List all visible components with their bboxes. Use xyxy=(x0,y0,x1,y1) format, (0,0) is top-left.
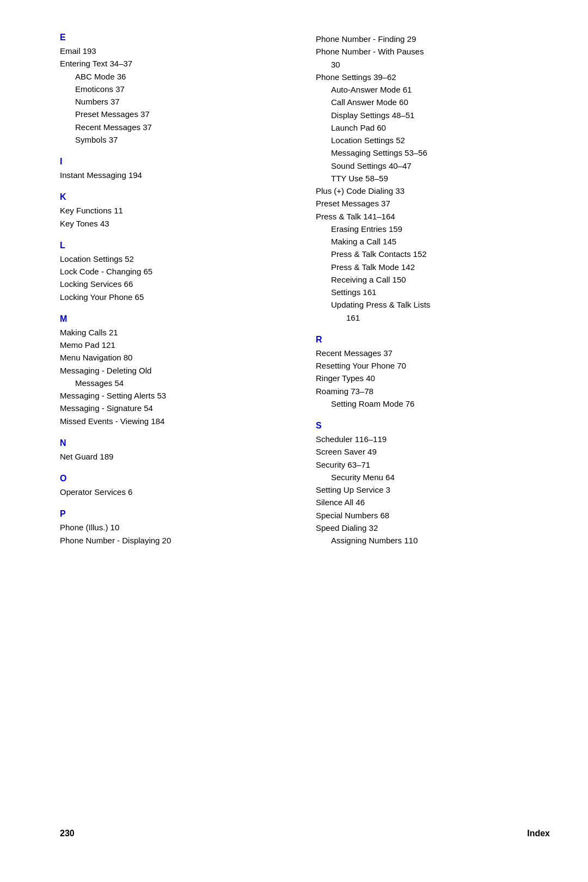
index-entry: Missed Events - Viewing 184 xyxy=(60,415,294,427)
index-entry: Silence All 46 xyxy=(316,496,550,509)
index-entry: Press & Talk Mode 142 xyxy=(316,261,550,273)
index-entry: Key Functions 11 xyxy=(60,204,294,217)
index-section: KKey Functions 11Key Tones 43 xyxy=(60,192,294,230)
index-entry: Display Settings 48–51 xyxy=(316,109,550,121)
section-letter: K xyxy=(60,192,294,202)
index-entry: Messages 54 xyxy=(60,377,294,389)
index-entry: Security 63–71 xyxy=(316,458,550,471)
index-entry: Emoticons 37 xyxy=(60,83,294,95)
index-entry: Instant Messaging 194 xyxy=(60,169,294,181)
index-entry: Speed Dialing 32 xyxy=(316,522,550,534)
index-entry: Launch Pad 60 xyxy=(316,121,550,134)
index-section: PPhone (Illus.) 10Phone Number - Display… xyxy=(60,509,294,547)
index-entry: Entering Text 34–37 xyxy=(60,57,294,70)
index-entry: Locking Services 66 xyxy=(60,278,294,290)
index-entry: Messaging - Deleting Old xyxy=(60,364,294,377)
index-entry: Recent Messages 37 xyxy=(316,347,550,359)
index-section: LLocation Settings 52Lock Code - Changin… xyxy=(60,241,294,303)
index-entry: Phone Settings 39–62 xyxy=(316,71,550,83)
section-letter: S xyxy=(316,421,550,431)
index-entry: TTY Use 58–59 xyxy=(316,172,550,185)
index-entry: Symbols 37 xyxy=(60,133,294,146)
section-letter: E xyxy=(60,33,294,42)
index-section: OOperator Services 6 xyxy=(60,474,294,498)
index-entry: Call Answer Mode 60 xyxy=(316,96,550,108)
right-column: Phone Number - Finding 29Phone Number - … xyxy=(316,33,550,801)
index-entry: Special Numbers 68 xyxy=(316,509,550,522)
index-entry: 161 xyxy=(316,311,550,324)
section-letter: L xyxy=(60,241,294,250)
index-entry: Location Settings 52 xyxy=(60,253,294,265)
index-section: SScheduler 116–119Screen Saver 49Securit… xyxy=(316,421,550,547)
section-letter: R xyxy=(316,335,550,345)
index-section: IInstant Messaging 194 xyxy=(60,157,294,181)
index-entry: Auto-Answer Mode 61 xyxy=(316,83,550,96)
index-entry: Numbers 37 xyxy=(60,95,294,108)
index-entry: Screen Saver 49 xyxy=(316,445,550,458)
index-entry: Scheduler 116–119 xyxy=(316,433,550,445)
index-entry: Phone Number - Displaying 20 xyxy=(60,534,294,547)
index-entry: 30 xyxy=(316,58,550,71)
index-section: Phone Number - Finding 29Phone Number - … xyxy=(316,33,550,324)
index-entry: Phone Number - With Pauses xyxy=(316,45,550,58)
index-entry: Email 193 xyxy=(60,45,294,57)
page: EEmail 193Entering Text 34–37ABC Mode 36… xyxy=(0,0,588,882)
index-entry: Preset Messages 37 xyxy=(316,197,550,210)
index-entry: Making a Call 145 xyxy=(316,235,550,248)
index-entry: Messaging Settings 53–56 xyxy=(316,146,550,159)
section-letter: I xyxy=(60,157,294,167)
index-entry: Erasing Entries 159 xyxy=(316,223,550,235)
left-column: EEmail 193Entering Text 34–37ABC Mode 36… xyxy=(60,33,294,801)
index-entry: Setting Up Service 3 xyxy=(316,483,550,496)
section-letter: O xyxy=(60,474,294,483)
section-letter: P xyxy=(60,509,294,519)
index-entry: Preset Messages 37 xyxy=(60,108,294,120)
index-entry: Setting Roam Mode 76 xyxy=(316,397,550,410)
index-entry: Locking Your Phone 65 xyxy=(60,291,294,303)
index-entry: Messaging - Setting Alerts 53 xyxy=(60,389,294,402)
index-entry: Recent Messages 37 xyxy=(60,121,294,133)
index-entry: Receiving a Call 150 xyxy=(316,273,550,286)
index-entry: ABC Mode 36 xyxy=(60,70,294,83)
index-section: EEmail 193Entering Text 34–37ABC Mode 36… xyxy=(60,33,294,146)
index-section: MMaking Calls 21Memo Pad 121Menu Navigat… xyxy=(60,314,294,427)
index-entry: Resetting Your Phone 70 xyxy=(316,359,550,372)
footer: 230 Index xyxy=(60,823,550,838)
index-entry: Updating Press & Talk Lists xyxy=(316,298,550,311)
footer-page-number: 230 xyxy=(60,829,75,838)
footer-index-label: Index xyxy=(527,829,550,838)
index-entry: Press & Talk Contacts 152 xyxy=(316,248,550,260)
index-entry: Making Calls 21 xyxy=(60,326,294,339)
index-entry: Memo Pad 121 xyxy=(60,339,294,351)
index-entry: Operator Services 6 xyxy=(60,486,294,498)
index-entry: Lock Code - Changing 65 xyxy=(60,265,294,278)
index-entry: Ringer Types 40 xyxy=(316,372,550,384)
index-entry: Plus (+) Code Dialing 33 xyxy=(316,185,550,197)
index-entry: Assigning Numbers 110 xyxy=(316,534,550,547)
index-entry: Security Menu 64 xyxy=(316,471,550,483)
index-entry: Settings 161 xyxy=(316,286,550,298)
index-entry: Location Settings 52 xyxy=(316,134,550,146)
index-entry: Net Guard 189 xyxy=(60,450,294,463)
index-entry: Sound Settings 40–47 xyxy=(316,160,550,172)
index-entry: Roaming 73–78 xyxy=(316,385,550,397)
index-entry: Press & Talk 141–164 xyxy=(316,210,550,223)
content-columns: EEmail 193Entering Text 34–37ABC Mode 36… xyxy=(60,33,550,801)
index-section: NNet Guard 189 xyxy=(60,438,294,463)
index-section: RRecent Messages 37Resetting Your Phone … xyxy=(316,335,550,410)
index-entry: Phone Number - Finding 29 xyxy=(316,33,550,45)
section-letter: N xyxy=(60,438,294,448)
index-entry: Menu Navigation 80 xyxy=(60,351,294,364)
section-letter: M xyxy=(60,314,294,324)
index-entry: Key Tones 43 xyxy=(60,217,294,230)
index-entry: Messaging - Signature 54 xyxy=(60,402,294,414)
index-entry: Phone (Illus.) 10 xyxy=(60,521,294,534)
